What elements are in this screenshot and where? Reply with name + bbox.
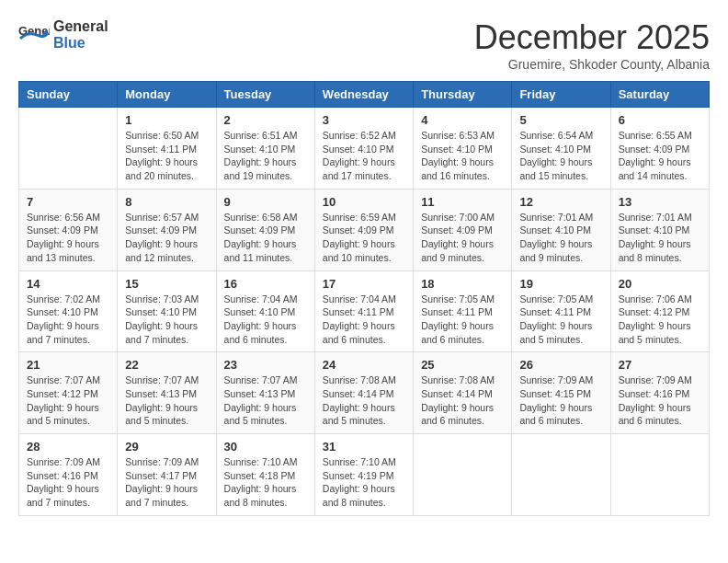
calendar-cell: 6Sunrise: 6:55 AM Sunset: 4:09 PM Daylig… — [610, 108, 709, 190]
day-info: Sunrise: 7:08 AM Sunset: 4:14 PM Dayligh… — [421, 373, 504, 428]
day-info: Sunrise: 6:52 AM Sunset: 4:10 PM Dayligh… — [323, 129, 405, 183]
logo-general: General — [53, 18, 108, 34]
title-section: December 2025 Gruemire, Shkoder County, … — [474, 18, 710, 72]
calendar-week-0: 1Sunrise: 6:50 AM Sunset: 4:11 PM Daylig… — [19, 108, 710, 190]
page-header: General General Blue December 2025 Gruem… — [18, 18, 710, 72]
day-number: 10 — [323, 195, 405, 209]
day-number: 15 — [125, 277, 208, 291]
day-info: Sunrise: 7:07 AM Sunset: 4:13 PM Dayligh… — [224, 373, 307, 428]
calendar-cell: 5Sunrise: 6:54 AM Sunset: 4:10 PM Daylig… — [512, 108, 610, 190]
day-info: Sunrise: 6:59 AM Sunset: 4:09 PM Dayligh… — [323, 211, 405, 265]
day-info: Sunrise: 7:09 AM Sunset: 4:16 PM Dayligh… — [27, 455, 109, 510]
calendar-cell: 7Sunrise: 6:56 AM Sunset: 4:09 PM Daylig… — [19, 189, 118, 270]
day-info: Sunrise: 6:53 AM Sunset: 4:10 PM Dayligh… — [421, 129, 504, 183]
calendar-cell: 14Sunrise: 7:02 AM Sunset: 4:10 PM Dayli… — [19, 270, 118, 352]
day-info: Sunrise: 7:06 AM Sunset: 4:12 PM Dayligh… — [619, 293, 701, 347]
calendar-week-3: 21Sunrise: 7:07 AM Sunset: 4:12 PM Dayli… — [19, 352, 710, 434]
calendar-cell: 1Sunrise: 6:50 AM Sunset: 4:11 PM Daylig… — [118, 108, 216, 190]
day-number: 4 — [421, 113, 504, 127]
calendar-week-1: 7Sunrise: 6:56 AM Sunset: 4:09 PM Daylig… — [19, 189, 710, 270]
day-info: Sunrise: 6:51 AM Sunset: 4:10 PM Dayligh… — [224, 129, 307, 183]
header-tuesday: Tuesday — [216, 82, 314, 108]
day-info: Sunrise: 7:02 AM Sunset: 4:10 PM Dayligh… — [27, 293, 109, 347]
header-sunday: Sunday — [19, 82, 118, 108]
header-thursday: Thursday — [414, 82, 512, 108]
day-info: Sunrise: 6:50 AM Sunset: 4:11 PM Dayligh… — [125, 129, 208, 183]
calendar-cell — [512, 434, 610, 516]
day-number: 21 — [27, 358, 109, 372]
calendar-cell: 23Sunrise: 7:07 AM Sunset: 4:13 PM Dayli… — [216, 352, 314, 434]
day-info: Sunrise: 7:09 AM Sunset: 4:17 PM Dayligh… — [125, 455, 208, 510]
day-number: 30 — [224, 440, 307, 454]
calendar-cell: 2Sunrise: 6:51 AM Sunset: 4:10 PM Daylig… — [216, 108, 314, 190]
day-number: 16 — [224, 277, 307, 291]
day-info: Sunrise: 7:08 AM Sunset: 4:14 PM Dayligh… — [323, 373, 405, 428]
calendar-header-row: SundayMondayTuesdayWednesdayThursdayFrid… — [19, 82, 710, 108]
day-number: 22 — [125, 358, 208, 372]
calendar-cell: 15Sunrise: 7:03 AM Sunset: 4:10 PM Dayli… — [118, 270, 216, 352]
calendar-cell: 31Sunrise: 7:10 AM Sunset: 4:19 PM Dayli… — [314, 434, 413, 516]
day-info: Sunrise: 6:57 AM Sunset: 4:09 PM Dayligh… — [125, 211, 208, 265]
calendar-cell: 22Sunrise: 7:07 AM Sunset: 4:13 PM Dayli… — [118, 352, 216, 434]
calendar-cell: 25Sunrise: 7:08 AM Sunset: 4:14 PM Dayli… — [414, 352, 512, 434]
day-number: 1 — [125, 113, 208, 127]
day-info: Sunrise: 7:10 AM Sunset: 4:18 PM Dayligh… — [224, 455, 307, 510]
calendar-cell: 8Sunrise: 6:57 AM Sunset: 4:09 PM Daylig… — [118, 189, 216, 270]
day-number: 25 — [421, 358, 504, 372]
day-info: Sunrise: 7:09 AM Sunset: 4:15 PM Dayligh… — [519, 373, 602, 428]
header-wednesday: Wednesday — [314, 82, 413, 108]
logo: General General Blue — [18, 18, 108, 52]
calendar-cell: 17Sunrise: 7:04 AM Sunset: 4:11 PM Dayli… — [314, 270, 413, 352]
day-number: 27 — [619, 358, 701, 372]
calendar-cell: 13Sunrise: 7:01 AM Sunset: 4:10 PM Dayli… — [610, 189, 709, 270]
calendar-cell: 21Sunrise: 7:07 AM Sunset: 4:12 PM Dayli… — [19, 352, 118, 434]
day-number: 8 — [125, 195, 208, 209]
calendar-cell: 10Sunrise: 6:59 AM Sunset: 4:09 PM Dayli… — [314, 189, 413, 270]
calendar-cell: 18Sunrise: 7:05 AM Sunset: 4:11 PM Dayli… — [414, 270, 512, 352]
day-info: Sunrise: 7:04 AM Sunset: 4:10 PM Dayligh… — [224, 293, 307, 347]
day-number: 31 — [323, 440, 405, 454]
day-number: 7 — [27, 195, 109, 209]
calendar-cell: 3Sunrise: 6:52 AM Sunset: 4:10 PM Daylig… — [314, 108, 413, 190]
logo-blue: Blue — [53, 35, 85, 51]
calendar-week-2: 14Sunrise: 7:02 AM Sunset: 4:10 PM Dayli… — [19, 270, 710, 352]
day-number: 2 — [224, 113, 307, 127]
day-info: Sunrise: 7:05 AM Sunset: 4:11 PM Dayligh… — [519, 293, 602, 347]
calendar-cell: 4Sunrise: 6:53 AM Sunset: 4:10 PM Daylig… — [414, 108, 512, 190]
day-info: Sunrise: 7:07 AM Sunset: 4:13 PM Dayligh… — [125, 373, 208, 428]
day-info: Sunrise: 6:56 AM Sunset: 4:09 PM Dayligh… — [27, 211, 109, 265]
day-number: 14 — [27, 277, 109, 291]
calendar-cell: 20Sunrise: 7:06 AM Sunset: 4:12 PM Dayli… — [610, 270, 709, 352]
day-info: Sunrise: 7:01 AM Sunset: 4:10 PM Dayligh… — [519, 211, 602, 265]
calendar-cell: 26Sunrise: 7:09 AM Sunset: 4:15 PM Dayli… — [512, 352, 610, 434]
month-title: December 2025 — [474, 18, 710, 57]
day-info: Sunrise: 7:03 AM Sunset: 4:10 PM Dayligh… — [125, 293, 208, 347]
day-number: 6 — [619, 113, 701, 127]
header-monday: Monday — [118, 82, 216, 108]
calendar-cell: 11Sunrise: 7:00 AM Sunset: 4:09 PM Dayli… — [414, 189, 512, 270]
calendar-cell: 29Sunrise: 7:09 AM Sunset: 4:17 PM Dayli… — [118, 434, 216, 516]
day-info: Sunrise: 6:55 AM Sunset: 4:09 PM Dayligh… — [619, 129, 701, 183]
day-number: 12 — [519, 195, 602, 209]
day-number: 18 — [421, 277, 504, 291]
calendar-cell: 24Sunrise: 7:08 AM Sunset: 4:14 PM Dayli… — [314, 352, 413, 434]
calendar-week-4: 28Sunrise: 7:09 AM Sunset: 4:16 PM Dayli… — [19, 434, 710, 516]
day-number: 19 — [519, 277, 602, 291]
day-info: Sunrise: 7:01 AM Sunset: 4:10 PM Dayligh… — [619, 211, 701, 265]
day-number: 5 — [519, 113, 602, 127]
calendar-cell: 19Sunrise: 7:05 AM Sunset: 4:11 PM Dayli… — [512, 270, 610, 352]
day-number: 23 — [224, 358, 307, 372]
calendar-cell: 30Sunrise: 7:10 AM Sunset: 4:18 PM Dayli… — [216, 434, 314, 516]
calendar-cell — [610, 434, 709, 516]
day-number: 26 — [519, 358, 602, 372]
logo-icon: General — [18, 22, 50, 48]
day-number: 24 — [323, 358, 405, 372]
day-number: 3 — [323, 113, 405, 127]
day-info: Sunrise: 6:58 AM Sunset: 4:09 PM Dayligh… — [224, 211, 307, 265]
calendar-cell: 27Sunrise: 7:09 AM Sunset: 4:16 PM Dayli… — [610, 352, 709, 434]
day-info: Sunrise: 7:05 AM Sunset: 4:11 PM Dayligh… — [421, 293, 504, 347]
day-number: 9 — [224, 195, 307, 209]
calendar-cell — [19, 108, 118, 190]
calendar-cell: 12Sunrise: 7:01 AM Sunset: 4:10 PM Dayli… — [512, 189, 610, 270]
calendar-table: SundayMondayTuesdayWednesdayThursdayFrid… — [18, 81, 710, 516]
